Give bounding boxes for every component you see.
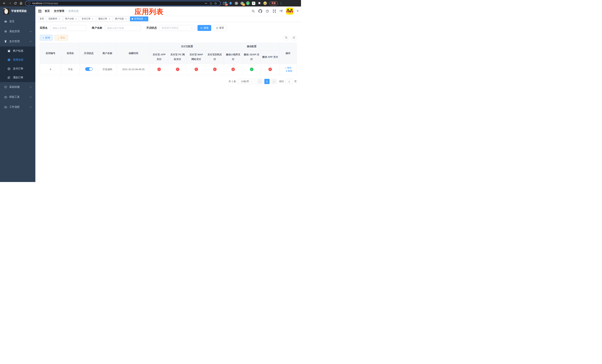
breadcrumb-section[interactable]: 支付管理 [54,10,64,13]
avatar-caret-icon[interactable] [297,11,299,12]
extension-proxy-icon[interactable]: 1 [240,2,244,5]
reset-button[interactable]: 重置 [213,25,227,31]
close-tag-icon[interactable] [75,18,77,20]
wechat-jsapi-status-icon: ✓ [250,68,253,71]
col-created: 创建时间 [117,43,150,64]
toolbox-icon [3,96,8,99]
add-button[interactable]: + 新增 [40,35,53,41]
app-name-input[interactable] [50,25,86,31]
sidebar-item-merchant-info[interactable]: 商户信息 [0,46,35,55]
fullscreen-icon[interactable] [273,10,276,13]
password-key-icon[interactable] [204,1,208,5]
close-tag-icon[interactable] [144,18,147,20]
extension-balloon-icon[interactable] [229,2,232,5]
next-page-button[interactable] [271,79,277,84]
close-tag-icon[interactable] [108,18,111,20]
tag-user-group[interactable]: 用户分组 [63,16,79,21]
extension-command-icon[interactable]: ⌘ [235,2,238,5]
grid-table-icon [7,58,11,62]
cell-app-id: 6 [40,64,61,75]
search-button[interactable]: 搜索 [197,25,211,31]
goto-unit: 页 [294,80,297,83]
chevron-down-icon [30,30,32,32]
breadcrumb: 首页 / 支付管理 / 应用信息 [45,10,79,13]
sidebar-item-dev-tools[interactable]: 研发工具 [0,92,35,102]
status-label: 开启状态 [146,26,157,30]
export-button[interactable]: 导出 [55,35,68,41]
goto-page-input[interactable] [285,79,293,84]
goto-label: 前往 [279,80,284,83]
shop-icon [7,49,11,53]
app-logo-row[interactable]: 芋道管理系统 [0,7,35,16]
cell-created: 2021-10-23 08:49:25 [117,64,150,75]
browser-update-button[interactable]: 更新 [269,1,278,5]
github-icon[interactable] [258,9,262,13]
sidebar-item-refund-orders[interactable]: 退款订单 [0,73,35,82]
tag-pay-orders[interactable]: 支付订单 [80,16,96,21]
prev-page-button[interactable] [257,79,262,84]
tag-process-form[interactable]: 流程表单 [47,16,62,21]
page-size-select[interactable]: 10条/页 [238,79,255,84]
status-select[interactable]: 请选择开启状态 [159,25,195,31]
reload-icon[interactable] [13,1,18,6]
url-text[interactable]: localhost:1024/pay/app [32,2,58,5]
alipay-wap-status-icon: × [194,68,198,71]
col-wechat-app: 微信 APP 支付 [261,50,280,64]
back-icon[interactable] [1,1,7,6]
tag-merchant-info[interactable]: 商户信息 [113,16,129,21]
merchant-name-input[interactable] [105,25,141,31]
address-bar[interactable]: i localhost:1024/pay/app [25,1,221,6]
alipay-app-status-icon: × [157,68,161,71]
sidebar-collapse-icon[interactable] [35,7,44,16]
share-icon[interactable] [208,1,213,5]
home-icon[interactable] [18,1,24,6]
sidebar-item-home[interactable]: 首页 [0,16,35,26]
help-icon[interactable] [266,10,269,13]
tag-app-info[interactable]: 应用信息 [130,16,148,21]
alipay-qr-status-icon: × [213,68,216,71]
chevron-down-icon [251,80,253,82]
sidebar: 芋道管理系统 首页 系统管理 ¥ 支付管理 [0,7,35,182]
dashboard-icon [3,20,8,23]
app-table: 应用编号 应用名 开启状态 商户名称 创建时间 支付宝配置 微信配置 操作 支付… [40,43,297,75]
tag-refund-orders[interactable]: 退款订单 [97,16,112,21]
col-alipay-app: 支付宝 APP 支付 [150,50,168,64]
close-tag-icon[interactable] [58,18,61,20]
extensions-puzzle-icon[interactable] [258,2,261,5]
refresh-table-button[interactable] [291,35,297,41]
forward-icon[interactable] [7,1,13,6]
close-tag-icon[interactable] [91,18,94,20]
extension-flag-icon[interactable]: ⚑ [252,2,255,5]
sidebar-item-payment[interactable]: ¥ 支付管理 [0,36,35,46]
bookmark-star-icon[interactable] [213,1,218,5]
browser-menu-icon[interactable]: ⋮ [280,2,282,5]
tag-home[interactable]: 首页 [38,16,46,21]
sidebar-item-infrastructure[interactable]: 基础设施 [0,82,35,92]
font-size-icon[interactable]: TT [280,10,283,13]
header-search-icon[interactable] [252,10,255,13]
monitor-chart-icon [3,86,8,89]
extension-blue-diamond-icon[interactable]: 10 [223,2,226,5]
user-avatar[interactable] [286,8,293,15]
breadcrumb-home[interactable]: 首页 [45,10,50,13]
merchant-name-label: 商户名称 [92,26,102,30]
site-info-icon[interactable]: i [28,2,31,5]
sidebar-item-app-info[interactable]: 应用信息 [0,55,35,64]
chevron-down-icon [30,96,32,98]
profile-avatar-icon[interactable] [263,2,267,5]
edit-link[interactable]: 修改 [285,66,291,69]
chevron-down-icon [30,106,32,108]
status-toggle[interactable] [85,67,93,71]
gear-icon [3,30,8,33]
tags-view-bar: 首页 流程表单 用户分组 支付订单 退款订单 商户信息 应用信息 [35,16,301,22]
delete-link[interactable]: 删除 [286,69,292,73]
sidebar-item-system[interactable]: 系统管理 [0,26,35,36]
toggle-search-button[interactable] [283,35,289,41]
page-number-1[interactable]: 1 [264,79,269,84]
sidebar-item-pay-orders[interactable]: 支付订单 [0,64,35,73]
extensions-row: 10 ⌘ 1 y ⚑ [223,2,267,5]
close-tag-icon[interactable] [125,18,127,20]
sidebar-item-workflow[interactable]: 工作流程 [0,102,35,112]
col-alipay-qr: 支付宝扫码支付 [206,50,224,64]
extension-y-music-icon[interactable]: y [246,2,249,5]
